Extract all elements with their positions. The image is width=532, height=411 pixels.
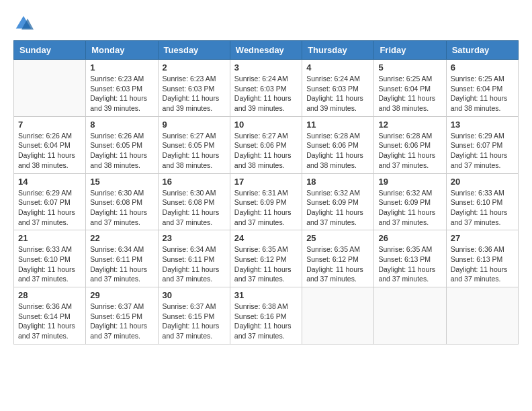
day-info: Sunrise: 6:26 AM Sunset: 6:04 PM Dayligh… [18,131,81,171]
calendar-day-header: Thursday [302,41,374,60]
calendar-day-cell: 11Sunrise: 6:28 AM Sunset: 6:06 PM Dayli… [302,116,374,173]
day-number: 10 [234,120,298,130]
day-info: Sunrise: 6:34 AM Sunset: 6:11 PM Dayligh… [163,244,226,284]
day-info: Sunrise: 6:38 AM Sunset: 6:16 PM Dayligh… [234,302,298,341]
calendar-day-cell: 14Sunrise: 6:29 AM Sunset: 6:07 PM Dayli… [14,173,86,230]
day-info: Sunrise: 6:27 AM Sunset: 6:06 PM Dayligh… [234,131,298,171]
day-info: Sunrise: 6:23 AM Sunset: 6:03 PM Dayligh… [90,74,153,113]
day-number: 21 [18,233,81,243]
day-number: 12 [378,120,441,130]
day-info: Sunrise: 6:25 AM Sunset: 6:04 PM Dayligh… [378,74,441,113]
day-info: Sunrise: 6:33 AM Sunset: 6:10 PM Dayligh… [18,244,81,284]
day-number: 15 [90,177,153,187]
calendar-day-cell: 13Sunrise: 6:29 AM Sunset: 6:07 PM Dayli… [446,116,518,173]
calendar-day-header: Friday [374,41,446,60]
calendar-day-cell: 8Sunrise: 6:26 AM Sunset: 6:05 PM Daylig… [86,116,158,173]
calendar-day-header: Wednesday [230,41,302,60]
calendar-week-row: 28Sunrise: 6:36 AM Sunset: 6:14 PM Dayli… [14,287,519,345]
day-info: Sunrise: 6:26 AM Sunset: 6:05 PM Dayligh… [90,131,153,171]
day-number: 19 [378,177,441,187]
day-info: Sunrise: 6:37 AM Sunset: 6:15 PM Dayligh… [90,302,153,341]
calendar-table: SundayMondayTuesdayWednesdayThursdayFrid… [13,40,519,345]
calendar-day-cell: 6Sunrise: 6:25 AM Sunset: 6:04 PM Daylig… [446,60,518,117]
day-info: Sunrise: 6:36 AM Sunset: 6:13 PM Dayligh… [451,244,514,284]
calendar-day-header: Tuesday [158,41,230,60]
calendar-day-header: Monday [86,41,158,60]
day-number: 17 [234,177,298,187]
day-info: Sunrise: 6:31 AM Sunset: 6:09 PM Dayligh… [234,188,298,228]
day-info: Sunrise: 6:32 AM Sunset: 6:09 PM Dayligh… [378,188,441,228]
day-info: Sunrise: 6:37 AM Sunset: 6:15 PM Dayligh… [163,302,226,341]
day-number: 2 [163,62,226,73]
day-info: Sunrise: 6:23 AM Sunset: 6:03 PM Dayligh… [163,74,226,113]
calendar-day-header: Saturday [446,41,518,60]
calendar-day-cell: 26Sunrise: 6:35 AM Sunset: 6:13 PM Dayli… [374,230,446,287]
day-number: 16 [163,177,226,187]
calendar-day-cell: 29Sunrise: 6:37 AM Sunset: 6:15 PM Dayli… [86,287,158,345]
calendar-day-cell: 31Sunrise: 6:38 AM Sunset: 6:16 PM Dayli… [230,287,302,345]
calendar-day-cell: 4Sunrise: 6:24 AM Sunset: 6:03 PM Daylig… [302,60,374,117]
day-number: 29 [90,290,153,300]
day-number: 25 [306,233,369,243]
day-info: Sunrise: 6:28 AM Sunset: 6:06 PM Dayligh… [378,131,441,171]
calendar-day-cell: 30Sunrise: 6:37 AM Sunset: 6:15 PM Dayli… [158,287,230,345]
calendar-header-row: SundayMondayTuesdayWednesdayThursdayFrid… [14,41,519,60]
calendar-day-cell: 23Sunrise: 6:34 AM Sunset: 6:11 PM Dayli… [158,230,230,287]
day-number: 26 [378,233,441,243]
calendar-day-cell [374,287,446,345]
day-info: Sunrise: 6:35 AM Sunset: 6:13 PM Dayligh… [378,244,441,284]
day-info: Sunrise: 6:29 AM Sunset: 6:07 PM Dayligh… [451,131,514,171]
calendar-day-cell: 18Sunrise: 6:32 AM Sunset: 6:09 PM Dayli… [302,173,374,230]
day-number: 18 [306,177,369,187]
day-info: Sunrise: 6:24 AM Sunset: 6:03 PM Dayligh… [306,74,369,113]
day-number: 3 [234,62,298,73]
day-info: Sunrise: 6:29 AM Sunset: 6:07 PM Dayligh… [18,188,81,228]
calendar-week-row: 7Sunrise: 6:26 AM Sunset: 6:04 PM Daylig… [14,116,519,173]
day-number: 20 [451,177,514,187]
day-info: Sunrise: 6:27 AM Sunset: 6:05 PM Dayligh… [163,131,226,171]
day-number: 14 [18,177,81,187]
day-number: 8 [90,120,153,130]
day-number: 30 [163,290,226,300]
day-number: 1 [90,62,153,73]
calendar-day-cell: 2Sunrise: 6:23 AM Sunset: 6:03 PM Daylig… [158,60,230,117]
calendar-day-cell: 16Sunrise: 6:30 AM Sunset: 6:08 PM Dayli… [158,173,230,230]
day-number: 24 [234,233,298,243]
page-header [13,13,519,34]
calendar-day-cell: 15Sunrise: 6:30 AM Sunset: 6:08 PM Dayli… [86,173,158,230]
calendar-day-cell: 10Sunrise: 6:27 AM Sunset: 6:06 PM Dayli… [230,116,302,173]
day-number: 23 [163,233,226,243]
calendar-day-cell: 1Sunrise: 6:23 AM Sunset: 6:03 PM Daylig… [86,60,158,117]
calendar-day-cell: 24Sunrise: 6:35 AM Sunset: 6:12 PM Dayli… [230,230,302,287]
day-number: 13 [451,120,514,130]
day-info: Sunrise: 6:32 AM Sunset: 6:09 PM Dayligh… [306,188,369,228]
day-info: Sunrise: 6:25 AM Sunset: 6:04 PM Dayligh… [451,74,514,113]
calendar-day-cell: 7Sunrise: 6:26 AM Sunset: 6:04 PM Daylig… [14,116,86,173]
calendar-day-cell: 3Sunrise: 6:24 AM Sunset: 6:03 PM Daylig… [230,60,302,117]
day-number: 28 [18,290,81,300]
calendar-day-header: Sunday [14,41,86,60]
calendar-day-cell: 27Sunrise: 6:36 AM Sunset: 6:13 PM Dayli… [446,230,518,287]
day-info: Sunrise: 6:28 AM Sunset: 6:06 PM Dayligh… [306,131,369,171]
day-info: Sunrise: 6:35 AM Sunset: 6:12 PM Dayligh… [234,244,298,284]
day-number: 4 [306,62,369,73]
day-number: 9 [163,120,226,130]
day-info: Sunrise: 6:34 AM Sunset: 6:11 PM Dayligh… [90,244,153,284]
calendar-day-cell: 28Sunrise: 6:36 AM Sunset: 6:14 PM Dayli… [14,287,86,345]
calendar-day-cell: 25Sunrise: 6:35 AM Sunset: 6:12 PM Dayli… [302,230,374,287]
calendar-day-cell [446,287,518,345]
calendar-day-cell: 22Sunrise: 6:34 AM Sunset: 6:11 PM Dayli… [86,230,158,287]
day-info: Sunrise: 6:30 AM Sunset: 6:08 PM Dayligh… [90,188,153,228]
day-number: 11 [306,120,369,130]
day-info: Sunrise: 6:36 AM Sunset: 6:14 PM Dayligh… [18,302,81,341]
day-info: Sunrise: 6:33 AM Sunset: 6:10 PM Dayligh… [451,188,514,228]
day-info: Sunrise: 6:35 AM Sunset: 6:12 PM Dayligh… [306,244,369,284]
logo-icon [13,13,34,34]
day-info: Sunrise: 6:24 AM Sunset: 6:03 PM Dayligh… [234,74,298,113]
logo [13,13,36,34]
calendar-day-cell: 17Sunrise: 6:31 AM Sunset: 6:09 PM Dayli… [230,173,302,230]
day-number: 22 [90,233,153,243]
calendar-day-cell: 19Sunrise: 6:32 AM Sunset: 6:09 PM Dayli… [374,173,446,230]
calendar-day-cell: 12Sunrise: 6:28 AM Sunset: 6:06 PM Dayli… [374,116,446,173]
day-number: 6 [451,62,514,73]
